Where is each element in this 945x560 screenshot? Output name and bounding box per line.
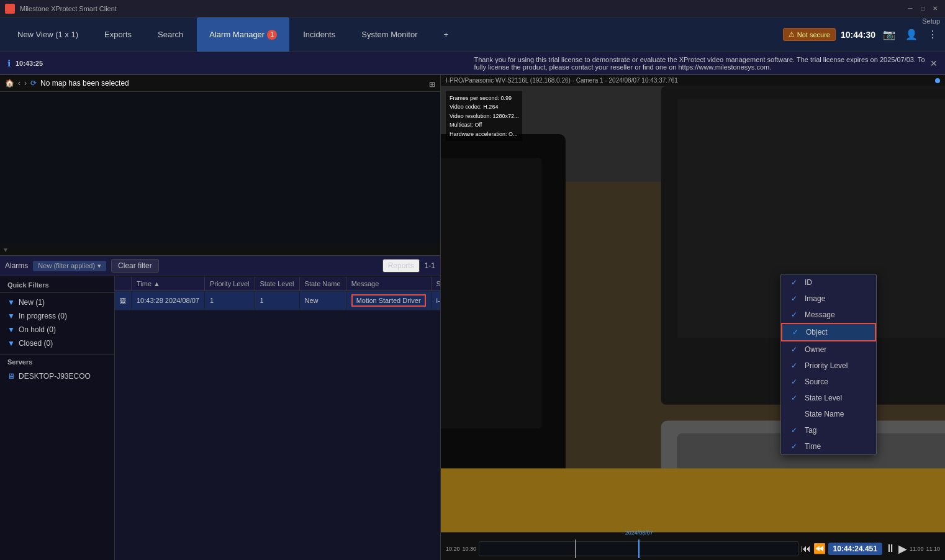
home-icon[interactable]: 🏠 [5, 79, 14, 88]
filter-icon: ▼ [7, 325, 15, 334]
check-icon: ✓ [791, 345, 800, 354]
camera-status-dot [935, 78, 940, 83]
more-options-icon[interactable]: ⋮ [925, 26, 940, 43]
info-close-button[interactable]: ✕ [930, 58, 938, 68]
app-icon [5, 4, 15, 14]
row-source-cell: i-PRO/Panasonic WV-S211 [431, 291, 440, 310]
filter-new[interactable]: ▼ New (1) [0, 296, 114, 309]
ctx-image[interactable]: ✓ Image [781, 291, 876, 307]
tab-alarm-manager[interactable]: Alarm Manager 1 [197, 17, 289, 52]
row-message-cell: Motion Started Driver [346, 291, 431, 310]
col-state-level[interactable]: State Level [255, 277, 299, 291]
servers-section: Servers 🖥 DESKTOP-J93ECOO [0, 358, 114, 383]
alarm-toolbar: Alarms New (filter applied) ▾ Clear filt… [0, 255, 440, 276]
row-img-cell: 🖼 [115, 291, 132, 310]
col-source[interactable]: Source [431, 277, 440, 291]
forward-icon[interactable]: › [24, 79, 27, 88]
ctx-source[interactable]: ✓ Source [781, 374, 876, 390]
current-time-display: 10:44:24.451 [828, 543, 882, 555]
ctx-owner[interactable]: ✓ Owner [781, 341, 876, 358]
quick-filters-title: Quick Filters [0, 281, 114, 293]
col-message[interactable]: Message [346, 277, 431, 291]
reports-button[interactable]: Reports [382, 259, 420, 273]
map-navigation: 🏠 ‹ › ⟳ No map has been selected ⊞ [0, 75, 440, 92]
row-priority-cell: 1 [204, 291, 255, 310]
map-canvas [0, 92, 440, 255]
alarm-badge: 1 [267, 30, 277, 40]
filter-dropdown-icon: ▾ [97, 262, 101, 270]
grid-icon[interactable]: ⊞ [429, 80, 435, 89]
filter-icon: ▼ [7, 339, 15, 348]
setup-link[interactable]: Setup [922, 17, 940, 25]
row-state-level-cell: 1 [255, 291, 299, 310]
playback-pause-button[interactable]: ⏸ [885, 542, 896, 555]
check-icon: ✓ [791, 426, 800, 435]
svg-rect-3 [441, 158, 541, 428]
timeline-controls: ⏮ ⏪ 10:44:24.451 ⏸ ▶ [801, 542, 907, 556]
row-state-name-cell: New [299, 291, 346, 310]
info-timestamp: 10:43:25 [16, 60, 467, 67]
ctx-tag[interactable]: ✓ Tag [781, 422, 876, 438]
minimize-button[interactable]: ─ [905, 4, 915, 14]
tab-incidents[interactable]: Incidents [291, 17, 348, 52]
check-icon: ✓ [791, 394, 800, 402]
tab-system-monitor[interactable]: System Monitor [349, 17, 430, 52]
filter-in-progress[interactable]: ▼ In progress (0) [0, 309, 114, 323]
map-sync-icon[interactable]: ⟳ [30, 79, 37, 88]
ctx-object[interactable]: ✓ Object [781, 323, 876, 341]
clear-filter-button[interactable]: Clear filter [111, 259, 159, 273]
timeline: 10:20 10:30 2024/08/07 ⏮ ⏪ 10:44:24.451 … [441, 532, 945, 560]
col-state-name[interactable]: State Name [299, 277, 346, 291]
ctx-message[interactable]: ✓ Message [781, 307, 876, 323]
not-secure-button[interactable]: ⚠ Not secure [783, 28, 836, 41]
tab-new-view[interactable]: New View (1 x 1) [5, 17, 91, 52]
close-button[interactable]: ✕ [930, 4, 940, 14]
filter-closed[interactable]: ▼ Closed (0) [0, 336, 114, 350]
main-content: 🏠 ‹ › ⟳ No map has been selected ⊞ ▼ Ala… [0, 75, 945, 560]
col-img[interactable] [115, 277, 132, 291]
col-priority-level[interactable]: Priority Level [204, 277, 255, 291]
back-icon[interactable]: ‹ [18, 79, 20, 88]
camera-icon[interactable]: 📷 [880, 26, 898, 43]
ctx-id[interactable]: ✓ ID [781, 274, 876, 291]
ctx-state-name[interactable]: ✓ State Name [781, 406, 876, 422]
alarm-table-container: Time ▲ Priority Level State Level State … [115, 276, 440, 560]
tab-search[interactable]: Search [145, 17, 196, 52]
map-selector[interactable]: No map has been selected [40, 79, 129, 88]
quick-filters-panel: Quick Filters ▼ New (1) ▼ In progress (0… [0, 276, 115, 560]
maximize-button[interactable]: □ [918, 4, 928, 14]
server-item: 🖥 DESKTOP-J93ECOO [7, 369, 107, 383]
ctx-state-level[interactable]: ✓ State Level [781, 390, 876, 406]
alarm-manager-section: Alarms New (filter applied) ▾ Clear filt… [0, 255, 440, 560]
timeline-track[interactable]: 2024/08/07 [479, 541, 798, 556]
check-icon: ✓ [791, 294, 800, 303]
expand-map-icon[interactable]: ▼ [2, 246, 9, 253]
playback-rewind-button[interactable]: ⏪ [813, 543, 826, 554]
filter-on-hold[interactable]: ▼ On hold (0) [0, 323, 114, 336]
titlebar: Milestone XProtect Smart Client ─ □ ✕ [0, 0, 945, 17]
playback-play-button[interactable]: ▶ [898, 542, 907, 556]
ctx-time[interactable]: ✓ Time [781, 438, 876, 454]
info-icon: ℹ [7, 58, 11, 68]
navbar: New View (1 x 1) Exports Search Alarm Ma… [0, 17, 945, 52]
window-controls: ─ □ ✕ [905, 4, 940, 14]
check-icon: ✓ [791, 310, 800, 319]
servers-title: Servers [7, 358, 107, 369]
ctx-priority-level[interactable]: ✓ Priority Level [781, 358, 876, 374]
tab-exports[interactable]: Exports [92, 17, 144, 52]
check-icon: ✓ [792, 328, 801, 336]
col-time[interactable]: Time ▲ [132, 277, 205, 291]
user-icon[interactable]: 👤 [903, 26, 920, 43]
filter-badge[interactable]: New (filter applied) ▾ [33, 261, 106, 271]
add-tab-button[interactable]: + [432, 17, 461, 52]
timeline-label-2: 10:30 [463, 546, 477, 552]
filter-icon: ▼ [7, 298, 15, 307]
row-time-cell: 10:43:28 2024/08/07 [132, 291, 205, 310]
playback-prev-button[interactable]: ⏮ [801, 543, 811, 554]
alarm-bottom: Quick Filters ▼ New (1) ▼ In progress (0… [0, 276, 440, 560]
timeline-cursor: 2024/08/07 [638, 540, 640, 558]
timeline-cursor-label: 2024/08/07 [625, 530, 653, 536]
table-row[interactable]: 🖼 10:43:28 2024/08/07 1 1 New Motion Sta… [115, 291, 440, 310]
context-menu: ✓ ID ✓ Image ✓ Message ✓ Object ✓ Owner … [780, 274, 877, 455]
message-highlight: Motion Started Driver [351, 294, 426, 307]
